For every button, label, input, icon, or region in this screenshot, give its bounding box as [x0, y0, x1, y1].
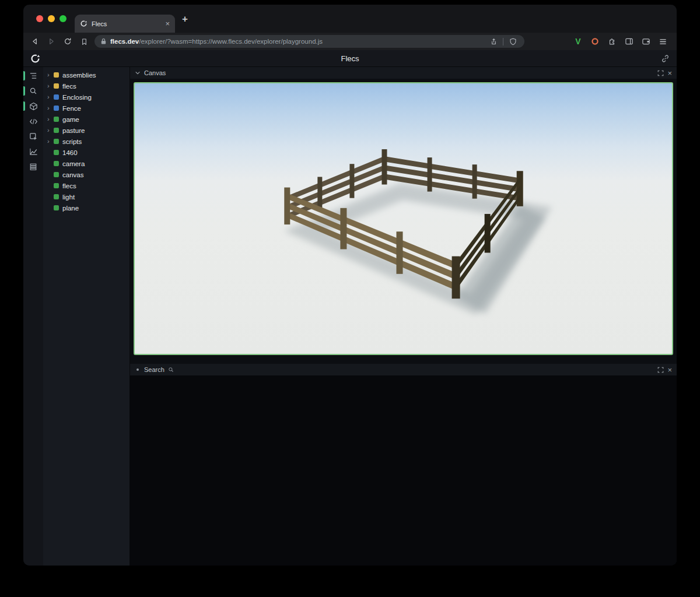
tree-item-label: game	[62, 116, 79, 123]
tab-title: Flecs	[92, 20, 161, 27]
tree-item-label: camera	[62, 160, 85, 167]
forward-icon	[47, 37, 55, 45]
entity-color-icon	[54, 106, 59, 111]
entity-color-icon	[54, 161, 59, 166]
url-text: flecs.dev/explorer/?wasm=https://www.fle…	[110, 38, 323, 45]
panel-gap	[130, 359, 677, 364]
entity-tree-icon[interactable]	[23, 68, 43, 83]
tree-item[interactable]: light	[43, 191, 130, 202]
tree-item[interactable]: ›pasture	[43, 125, 130, 136]
entity-tree: ›assemblies›flecs›Enclosing›Fence›game›p…	[43, 67, 130, 566]
entity-color-icon	[54, 94, 59, 100]
expand-arrow-icon[interactable]: ›	[47, 105, 54, 111]
brave-shields-button[interactable]	[507, 36, 519, 47]
search-panel-body	[130, 375, 677, 566]
app-body: ›assemblies›flecs›Enclosing›Fence›game›p…	[23, 67, 677, 566]
entity-color-icon	[54, 117, 59, 122]
inspector-icon[interactable]	[23, 129, 43, 144]
collapsed-dot-icon[interactable]	[136, 368, 139, 371]
bookmark-icon	[80, 38, 88, 45]
forward-button[interactable]	[46, 36, 57, 47]
tab-strip: Flecs × +	[23, 5, 677, 33]
url-path: /explorer/?wasm=https://www.flecs.dev/ex…	[139, 38, 323, 45]
entity-color-icon	[54, 172, 59, 177]
extension-v-icon[interactable]: V	[572, 36, 584, 47]
stats-chart-icon[interactable]	[23, 144, 43, 159]
entity-color-icon	[54, 128, 59, 133]
browser-tab[interactable]: Flecs ×	[75, 15, 175, 33]
reload-icon	[64, 37, 72, 45]
extensions-puzzle-button[interactable]	[606, 36, 618, 47]
tree-item[interactable]: plane	[43, 202, 130, 213]
collapse-chevron-icon[interactable]	[135, 71, 141, 75]
expand-arrow-icon[interactable]: ›	[47, 94, 54, 100]
app-header: Flecs	[23, 50, 677, 67]
query-search-icon[interactable]	[23, 83, 43, 99]
tree-item-label: scripts	[62, 138, 82, 145]
expand-arrow-icon[interactable]: ›	[47, 72, 54, 78]
tree-item-label: Fence	[62, 105, 81, 112]
code-icon[interactable]	[23, 114, 43, 129]
search-panel-header: Search	[130, 364, 677, 375]
search-icon	[168, 367, 174, 373]
3d-canvas[interactable]	[134, 82, 673, 355]
lock-icon	[100, 38, 107, 45]
sidebar-toggle-button[interactable]	[623, 36, 635, 47]
reload-button[interactable]	[62, 36, 74, 47]
expand-arrow-icon[interactable]: ›	[47, 83, 54, 89]
tab-close-icon[interactable]: ×	[165, 20, 170, 27]
tree-item[interactable]: ›game	[43, 114, 130, 125]
expand-arrow-icon[interactable]: ›	[47, 116, 54, 122]
window-controls	[36, 15, 66, 22]
tree-item[interactable]: flecs	[43, 180, 130, 191]
share-button[interactable]	[488, 36, 499, 47]
canvas-cube-icon[interactable]	[23, 99, 43, 114]
entity-color-icon	[54, 205, 59, 210]
entity-color-icon	[54, 72, 59, 78]
entity-color-icon	[54, 139, 59, 144]
menu-button[interactable]	[657, 36, 668, 47]
panel-title: Search	[144, 366, 164, 373]
expand-panel-icon[interactable]	[657, 70, 664, 76]
close-panel-icon[interactable]: ×	[667, 366, 672, 374]
permalink-button[interactable]	[661, 54, 670, 63]
desktop-background: Flecs × +	[0, 0, 700, 597]
entity-color-icon	[54, 183, 59, 188]
sidebar-panel-icon	[625, 37, 634, 45]
tree-item[interactable]: ›Enclosing	[43, 92, 130, 103]
new-tab-button[interactable]: +	[182, 14, 188, 24]
wallet-button[interactable]	[640, 36, 652, 47]
tree-item[interactable]: ›Fence	[43, 103, 130, 114]
tree-item[interactable]: canvas	[43, 169, 130, 180]
search-panel: Search	[130, 364, 677, 566]
tree-item-label: flecs	[62, 83, 76, 90]
browser-window: Flecs × +	[23, 5, 677, 566]
entity-color-icon	[54, 83, 59, 89]
expand-panel-icon[interactable]	[657, 367, 664, 373]
close-window-button[interactable]	[36, 15, 43, 22]
close-panel-icon[interactable]: ×	[667, 69, 672, 77]
tree-item-label: pasture	[62, 127, 85, 134]
flecs-favicon	[80, 20, 88, 27]
extension-area: V	[572, 36, 668, 47]
zoom-window-button[interactable]	[60, 15, 66, 22]
tree-item-label: canvas	[62, 171, 83, 178]
expand-arrow-icon[interactable]: ›	[47, 138, 54, 145]
extension-orange-icon[interactable]	[589, 36, 601, 47]
tree-item[interactable]: camera	[43, 158, 130, 169]
tables-icon[interactable]	[23, 159, 43, 174]
address-bar[interactable]: flecs.dev/explorer/?wasm=https://www.fle…	[94, 35, 524, 48]
url-domain: flecs.dev	[110, 38, 139, 45]
puzzle-icon	[608, 37, 616, 45]
bookmark-button[interactable]	[78, 36, 90, 47]
expand-arrow-icon[interactable]: ›	[47, 127, 54, 134]
tree-item[interactable]: ›scripts	[43, 136, 130, 147]
tree-item-label: light	[62, 194, 75, 201]
back-button[interactable]	[29, 36, 41, 47]
minimize-window-button[interactable]	[48, 15, 55, 22]
tree-item[interactable]: ›flecs	[43, 80, 130, 92]
shield-icon	[509, 38, 517, 45]
tree-item[interactable]: 1460	[43, 147, 130, 158]
fence-scene	[135, 83, 672, 354]
tree-item[interactable]: ›assemblies	[43, 69, 130, 80]
